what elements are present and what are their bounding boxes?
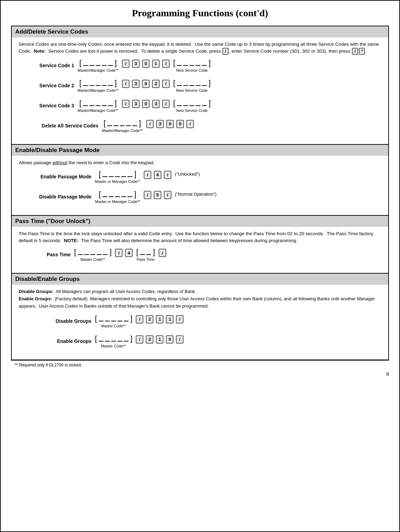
service-code-1-keys: i 3 0 1 i xyxy=(121,59,170,68)
bracket-open-new-1: [ xyxy=(173,59,175,68)
key-i-dp-2: i xyxy=(164,191,171,199)
key-i-s3-2: i xyxy=(162,100,170,108)
disable-passage-label: Disable Passage Mode xyxy=(29,194,91,200)
service-code-1-row: Service Code 1 [ ] Master/M xyxy=(19,59,381,72)
enable-groups-row: Enable Groups [ ] Master Co xyxy=(36,334,381,348)
delete-all-master-group: [ ] Master/Manager Code** xyxy=(102,119,143,133)
pass-time-description: The Pass Time is the time the lock stays… xyxy=(19,230,381,245)
enable-passage-master-group: [ ] Master or Manager Code** xyxy=(95,170,140,184)
add-delete-description: Service Codes are one-time-only Codes; o… xyxy=(19,41,381,55)
enable-groups-sub: Master Code** xyxy=(101,344,126,348)
key-3-del: 3 xyxy=(156,120,164,128)
section-pass-time-body: The Pass Time is the time the lock stays… xyxy=(12,227,388,273)
service-code-1-new-group: [ ] New Service Code xyxy=(173,59,211,72)
key-i-pt-1: i xyxy=(115,249,123,257)
pass-time-label: Pass Time xyxy=(29,252,71,257)
key-0-s3: 0 xyxy=(142,100,150,108)
new-service-sub-2: New Service Code xyxy=(176,88,208,92)
enable-passage-keys: i 4 i xyxy=(143,170,172,179)
enable-groups-label: Enable Groups xyxy=(36,338,91,344)
key-1-eg: 1 xyxy=(156,335,163,344)
disable-passage-seq: [ ] xyxy=(99,190,136,199)
pass-time-master-sub: Master Code** xyxy=(80,257,105,261)
service-code-2-keys: i 3 0 2 i xyxy=(121,79,170,88)
key-2-s2: 2 xyxy=(152,80,160,88)
disable-groups-master-group: [ ] Master Code** xyxy=(95,314,132,328)
service-code-1-label: Service Code 1 xyxy=(19,63,74,68)
master-slots-1 xyxy=(83,60,113,66)
service-code-2-new-seq: [ ] xyxy=(173,79,211,88)
service-code-3-master-group: [ ] Master/Manager Code** xyxy=(78,99,118,113)
footnote-text: ** Required only if DL2700 is locked. xyxy=(15,363,82,367)
pass-time-end-keys: i xyxy=(158,248,167,257)
section-groups-body: Disable Groups: All Managers can program… xyxy=(12,285,388,359)
enable-groups-master-group: [ ] Master Code** xyxy=(95,334,132,348)
key-i-s2-1: i xyxy=(122,80,130,88)
enable-passage-label: Enable Passage Mode xyxy=(29,174,91,179)
master-sub-2: Master/Manager Code** xyxy=(78,88,118,92)
bracket-open: [ xyxy=(79,59,81,68)
bracket-close: ] xyxy=(115,59,117,68)
section-groups: Disable/Enable Groups Disable Groups: Al… xyxy=(11,274,389,360)
key-i-dg-1: i xyxy=(136,315,143,323)
disable-passage-master-group: [ ] Master or Manager Code** xyxy=(95,190,140,204)
section-pass-time: Pass Time ("Door Unlock") The Pass Time … xyxy=(11,216,389,274)
pass-time-keys: i 4 xyxy=(114,248,133,257)
service-code-2-label: Service Code 2 xyxy=(19,83,74,88)
key-0-del2: 0 xyxy=(176,120,184,128)
disable-passage-keys: i 5 i xyxy=(143,190,172,199)
disable-passage-result: ("Normal Operation") xyxy=(175,190,217,197)
master-sub-3: Master/Manager Code** xyxy=(78,108,118,113)
service-code-1-master-seq: [ ] xyxy=(79,59,117,68)
key-0-eg: 0 xyxy=(166,335,174,344)
key-i-eg-2: i xyxy=(176,335,184,344)
key-3-s2: 3 xyxy=(132,80,140,88)
key-3-s1: 3 xyxy=(132,60,140,68)
key-i-del-2: i xyxy=(186,120,194,128)
bracket-close-new-1: ] xyxy=(208,59,211,68)
key-4-ep: 4 xyxy=(154,171,161,179)
enable-passage-row: Enable Passage Mode [ ] Mas xyxy=(29,170,381,184)
key-1-s1: 1 xyxy=(152,60,160,68)
service-code-2-row: Service Code 2 [ ] Master/M xyxy=(19,79,381,92)
disable-groups-sub: Master Code** xyxy=(101,324,126,328)
page-title: Programming Functions (cont'd) xyxy=(11,8,389,19)
key-i-eg-1: i xyxy=(136,335,143,344)
key-i-s1-2: i xyxy=(162,60,170,68)
key-i-dg-2: i xyxy=(176,315,184,323)
key-i-ep-2: i xyxy=(164,171,171,179)
enable-passage-sub: Master or Manager Code** xyxy=(95,179,140,184)
service-code-2-new-group: [ ] New Service Code xyxy=(173,79,211,92)
delete-all-label: Delete All Service Codes xyxy=(19,123,98,128)
enable-passage-seq: [ ] xyxy=(99,170,136,179)
key-1-dg: 1 xyxy=(156,315,163,323)
new-service-sub-3: New Service Code xyxy=(176,108,208,113)
pass-time-row: Pass Time [ ] Master Code** xyxy=(29,248,381,261)
service-code-3-master-seq: [ ] xyxy=(79,99,117,108)
disable-groups-keys: i 2 1 1 i xyxy=(135,314,184,323)
key-3-s3b: 3 xyxy=(152,100,160,108)
service-code-2-master-group: [ ] Master/Manager Code** xyxy=(78,79,118,92)
disable-passage-sub: Master or Manager Code** xyxy=(95,200,140,204)
enable-passage-result: ("Unlocked") xyxy=(175,170,200,177)
service-code-3-keys: i 3 0 3 i xyxy=(121,99,170,108)
disable-groups-label: Disable Groups xyxy=(36,318,91,324)
key-i-dp-1: i xyxy=(144,191,151,199)
section-groups-header: Disable/Enable Groups xyxy=(12,274,388,285)
service-code-3-label: Service Code 3 xyxy=(19,103,74,108)
enable-groups-seq: [ ] xyxy=(95,334,132,343)
enable-groups-keys: i 2 1 0 i xyxy=(135,334,184,344)
section-add-delete-header: Add/Delete Service Codes xyxy=(12,26,388,37)
pass-time-master-seq: [ ] xyxy=(74,248,112,257)
new-service-sub-1: New Service Code xyxy=(176,68,208,72)
key-i-ep-1: i xyxy=(144,171,151,179)
disable-groups-seq: [ ] xyxy=(95,314,132,323)
key-1-dg2: 1 xyxy=(166,315,174,323)
delete-all-master-seq: [ ] xyxy=(104,119,141,128)
key-i-del-1: i xyxy=(146,120,154,128)
key-star-inline: * xyxy=(359,48,365,55)
key-3-s3: 3 xyxy=(132,100,140,108)
key-i-inline-1: i xyxy=(222,48,229,55)
groups-description: Disable Groups: All Managers can program… xyxy=(19,288,381,310)
pass-time-value-sub: Pass Time xyxy=(137,257,154,261)
